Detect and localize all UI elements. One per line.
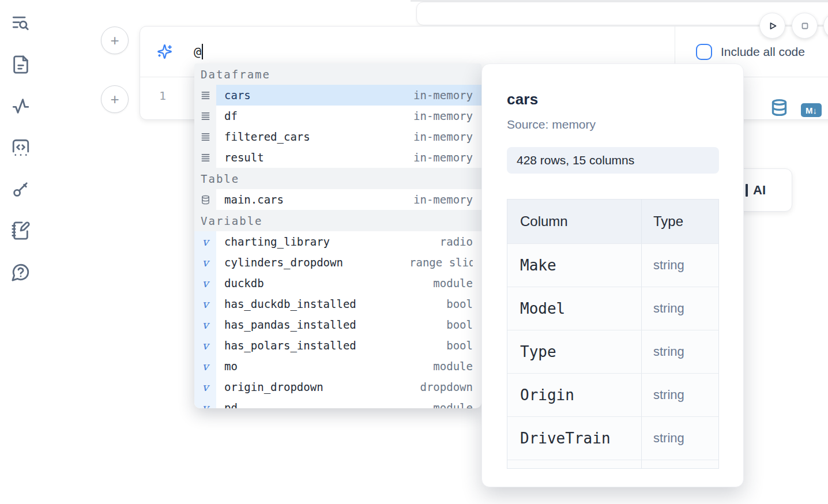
ai-prompt-input[interactable]: @ (194, 44, 201, 59)
add-cell-button-top[interactable]: + (101, 27, 129, 54)
preview-source: Source: memory (507, 118, 743, 131)
item-type: module (433, 401, 473, 408)
item-name: mo (224, 360, 238, 373)
line-number: 1 (159, 89, 166, 103)
column-type: string (642, 374, 718, 416)
variable-icon: v (194, 252, 216, 273)
autocomplete-item-filtered_cars[interactable]: filtered_carsin-memory (194, 126, 481, 147)
column-name (507, 460, 642, 469)
item-type: dropdown (420, 381, 473, 393)
variable-icon: v (194, 314, 216, 335)
item-name: main.cars (224, 193, 284, 206)
item-name: origin_dropdown (224, 381, 323, 393)
autocomplete-item-cylinders_dropdown[interactable]: vcylinders_dropdownrange_slider (194, 252, 481, 273)
column-type (642, 460, 718, 469)
item-type: in-memory (413, 193, 473, 206)
rows-icon (194, 126, 216, 147)
stop-cell-button[interactable] (792, 13, 818, 39)
item-type: in-memory (413, 110, 473, 122)
autocomplete-item-mo[interactable]: vmomodule (194, 356, 481, 377)
column-name: Origin (507, 374, 642, 416)
item-name: cylinders_dropdown (224, 256, 343, 269)
item-name: has_pandas_installed (224, 318, 356, 331)
item-name: duckdb (224, 277, 264, 289)
toc-search-icon[interactable] (11, 13, 31, 33)
preview-title: cars (507, 91, 743, 108)
autocomplete-item-df[interactable]: dfin-memory (194, 106, 481, 126)
autocomplete-item-main.cars[interactable]: main.carsin-memory (194, 189, 481, 210)
item-type: range_slider (409, 256, 473, 269)
variable-icon: v (194, 356, 216, 377)
stop-square-icon (798, 19, 812, 33)
item-type: module (433, 360, 473, 373)
include-all-code-label: Include all code (721, 45, 805, 59)
item-name: result (224, 151, 264, 164)
variable-icon: v (194, 397, 216, 408)
item-type: module (433, 277, 473, 289)
play-icon (766, 19, 780, 33)
table-preview-popover: cars Source: memory 428 rows, 15 columns… (481, 63, 744, 487)
sparkles-icon (157, 44, 172, 59)
column-name: Make (507, 244, 642, 287)
add-cell-button-bottom[interactable]: + (101, 85, 129, 113)
run-cell-button[interactable] (759, 13, 785, 39)
item-name: has_duckdb_installed (224, 298, 356, 310)
autocomplete-item-pd[interactable]: vpdmodule (194, 397, 481, 408)
activity-icon[interactable] (11, 96, 31, 116)
item-name: charting_library (224, 235, 330, 248)
rows-icon (194, 106, 216, 126)
autocomplete-item-has_pandas_installed[interactable]: vhas_pandas_installedbool (194, 314, 481, 335)
code-snippet-icon[interactable] (11, 138, 31, 157)
autocomplete-item-result[interactable]: resultin-memory (194, 147, 481, 168)
item-type: in-memory (413, 130, 473, 143)
schema-row: DriveTrainstring (507, 416, 718, 460)
item-type: in-memory (413, 89, 473, 101)
column-header: Column (507, 200, 642, 243)
file-document-icon[interactable] (11, 55, 31, 74)
autocomplete-section-dataframe: Dataframe (194, 63, 481, 85)
clipped-glyph (746, 184, 748, 197)
sidebar (11, 13, 31, 282)
variable-icon: v (194, 377, 216, 397)
schema-row: Typestring (507, 330, 718, 373)
item-type: in-memory (413, 151, 473, 164)
autocomplete-item-has_polars_installed[interactable]: vhas_polars_installedbool (194, 335, 481, 356)
autocomplete-item-charting_library[interactable]: vcharting_libraryradio (194, 231, 481, 252)
autocomplete-section-table: Table (194, 168, 481, 189)
item-name: df (224, 110, 238, 122)
variable-icon: v (194, 231, 216, 252)
key-icon[interactable] (11, 179, 31, 199)
rows-icon (194, 147, 216, 168)
autocomplete-dropdown: Dataframecarsin-memorydfin-memoryfiltere… (194, 63, 481, 408)
include-all-code-checkbox[interactable] (696, 44, 712, 60)
item-name: cars (224, 89, 251, 101)
column-name: Model (507, 287, 642, 330)
column-type: string (642, 417, 718, 460)
help-chat-icon[interactable] (11, 262, 31, 282)
item-name: filtered_cars (224, 130, 310, 143)
item-type: radio (440, 235, 473, 248)
autocomplete-item-has_duckdb_installed[interactable]: vhas_duckdb_installedbool (194, 294, 481, 314)
schema-table: ColumnTypeMakestringModelstringTypestrin… (507, 199, 719, 469)
notebook-pen-icon[interactable] (11, 221, 31, 240)
autocomplete-item-origin_dropdown[interactable]: vorigin_dropdowndropdown (194, 377, 481, 397)
autocomplete-item-duckdb[interactable]: vduckdbmodule (194, 273, 481, 294)
type-header: Type (642, 200, 718, 243)
column-type: string (642, 244, 718, 287)
schema-row: Originstring (507, 373, 718, 416)
rows-icon (194, 85, 216, 106)
item-name: pd (224, 401, 238, 408)
autocomplete-item-cars[interactable]: carsin-memory (194, 85, 481, 106)
text-cursor (202, 44, 203, 59)
column-type: string (642, 330, 718, 373)
database-action-icon[interactable] (770, 99, 788, 116)
variable-icon: v (194, 335, 216, 356)
schema-row: Makestring (507, 243, 718, 287)
column-type: string (642, 287, 718, 330)
column-name: Type (507, 330, 642, 373)
item-type: bool (446, 298, 473, 310)
shape-badge: 428 rows, 15 columns (507, 147, 719, 174)
markdown-export-icon[interactable]: M↓ (801, 103, 822, 117)
variable-icon: v (194, 294, 216, 314)
item-name: has_polars_installed (224, 339, 356, 352)
